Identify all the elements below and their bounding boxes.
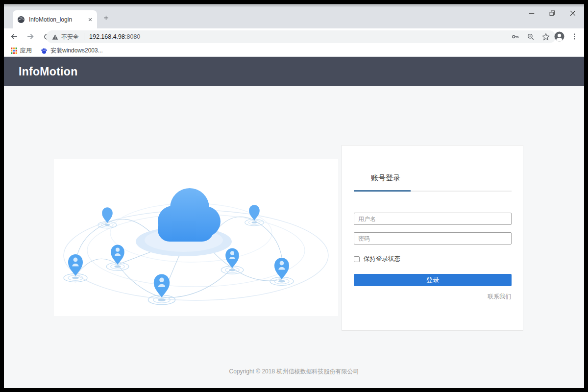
new-tab-button[interactable] bbox=[103, 15, 109, 21]
address-port[interactable]: :8080 bbox=[125, 33, 140, 40]
baidu-paw-icon bbox=[41, 48, 48, 54]
cloud-network-illustration bbox=[54, 159, 338, 316]
tab-title: InfoMotion_login bbox=[29, 16, 88, 23]
forward-icon[interactable] bbox=[26, 32, 35, 41]
profile-avatar-icon[interactable] bbox=[554, 31, 564, 42]
username-input[interactable] bbox=[354, 213, 512, 225]
address-divider bbox=[84, 33, 84, 40]
not-secure-label[interactable]: 不安全 bbox=[61, 33, 79, 41]
brand-logo: InfoMotion bbox=[19, 65, 78, 78]
not-secure-warning-icon[interactable] bbox=[52, 34, 58, 40]
bookmark-apps[interactable]: 应用 bbox=[11, 47, 32, 55]
apps-grid-icon bbox=[11, 48, 17, 54]
bookmark-windows2003[interactable]: 安装windows2003... bbox=[41, 47, 103, 55]
window-controls bbox=[527, 9, 577, 18]
password-key-icon[interactable] bbox=[512, 33, 519, 41]
bookmark-windows2003-label: 安装windows2003... bbox=[50, 47, 103, 55]
copyright-footer: Copyright © 2018 杭州信核数据科技股份有限公司 bbox=[4, 368, 584, 376]
browser-toolbar: 不安全 192.168.4.98 :8080 bbox=[4, 28, 584, 45]
active-tab-underline bbox=[354, 190, 411, 192]
menu-dots-icon[interactable] bbox=[571, 32, 578, 41]
page-body: 账号登录 保持登录状态 登录 联系我们 Copyright © 2018 杭州信… bbox=[4, 86, 584, 388]
login-card: 账号登录 保持登录状态 登录 联系我们 bbox=[342, 145, 523, 331]
address-host[interactable]: 192.168.4.98 bbox=[89, 33, 125, 40]
back-icon[interactable] bbox=[10, 32, 18, 41]
remember-me-checkbox[interactable] bbox=[354, 256, 360, 262]
bookmark-apps-label: 应用 bbox=[20, 47, 32, 55]
browser-window: InfoMotion_login bbox=[4, 4, 584, 388]
restore-icon[interactable] bbox=[548, 9, 557, 18]
account-login-tab[interactable]: 账号登录 bbox=[371, 173, 400, 183]
site-favicon-globe-icon bbox=[17, 16, 25, 24]
illustration-card bbox=[54, 159, 338, 316]
tab-strip: InfoMotion_login bbox=[4, 4, 584, 28]
close-window-icon[interactable] bbox=[568, 9, 577, 18]
address-bar[interactable]: 不安全 192.168.4.98 :8080 bbox=[46, 30, 556, 43]
password-input[interactable] bbox=[354, 232, 512, 245]
remember-me-label: 保持登录状态 bbox=[364, 255, 400, 263]
login-button[interactable]: 登录 bbox=[354, 274, 512, 286]
remember-me-row: 保持登录状态 bbox=[354, 255, 400, 263]
bookmark-star-icon[interactable] bbox=[542, 33, 550, 41]
zoom-icon[interactable] bbox=[527, 33, 535, 41]
minimize-icon[interactable] bbox=[527, 9, 536, 18]
site-header: InfoMotion bbox=[4, 57, 584, 86]
bookmarks-bar: 应用 安装windows2003... bbox=[4, 45, 584, 57]
tab-close-icon[interactable] bbox=[88, 17, 93, 22]
contact-us-link[interactable]: 联系我们 bbox=[488, 293, 511, 301]
browser-tab[interactable]: InfoMotion_login bbox=[13, 10, 97, 28]
